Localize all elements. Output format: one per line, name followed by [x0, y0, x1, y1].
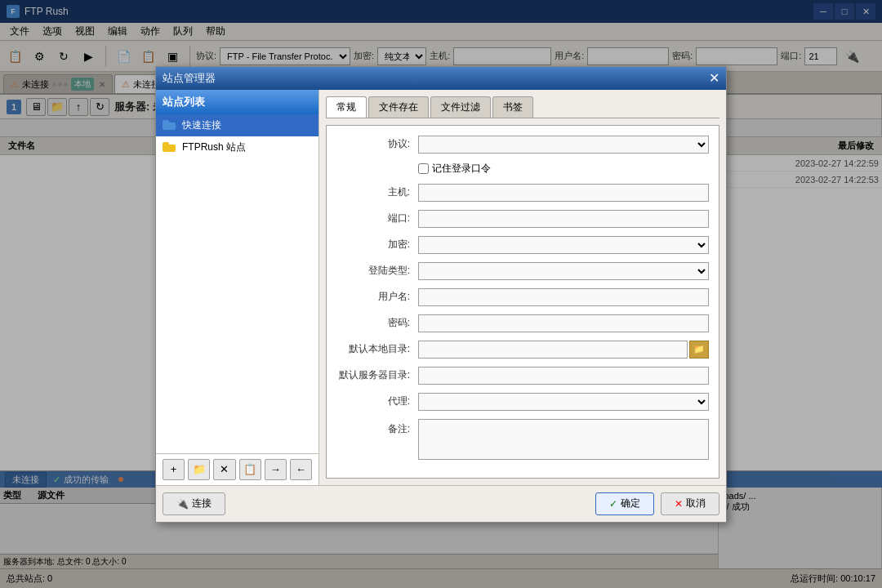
site-list-header: 站点列表	[156, 90, 318, 114]
dialog-cancel-button[interactable]: ✕ 取消	[661, 492, 719, 515]
ok-label: 确定	[621, 497, 640, 510]
form-encrypt-select[interactable]	[418, 236, 709, 254]
site-list-panel: 站点列表 快速连接 FTPRush 站点	[156, 90, 319, 485]
site-add-btn[interactable]: +	[163, 459, 185, 480]
form-port-row: 端口:	[336, 210, 709, 228]
form-encrypt-label: 加密:	[336, 238, 418, 252]
site-folder-btn[interactable]: 📁	[188, 459, 210, 480]
form-user-label: 用户名:	[336, 290, 418, 304]
site-import-btn[interactable]: ←	[290, 459, 312, 480]
form-port-label: 端口:	[336, 212, 418, 225]
form-remember-row: 记住登录口令	[336, 162, 709, 176]
dialog-body: 站点列表 快速连接 FTPRush 站点	[156, 90, 726, 485]
form-protocol-label: 协议:	[336, 137, 418, 151]
site-item-quick-label: 快速连接	[182, 118, 221, 132]
dialog-close-button[interactable]: ✕	[709, 70, 719, 86]
site-item-ftprush-label: FTPRush 站点	[182, 140, 246, 154]
site-list-title: 站点列表	[163, 95, 205, 109]
dialog-tab-filter[interactable]: 文件过滤	[430, 96, 491, 118]
form-user-input[interactable]	[418, 288, 709, 306]
form-pass-row: 密码:	[336, 314, 709, 332]
dialog-title-bar: 站点管理器 ✕	[156, 67, 726, 90]
form-proxy-label: 代理:	[336, 394, 418, 408]
site-export-btn[interactable]: →	[265, 459, 287, 480]
form-localdir-row: 默认本地目录: 📁	[336, 341, 709, 359]
form-protocol-select[interactable]	[418, 136, 709, 154]
connect-label: 连接	[192, 497, 212, 510]
dialog-tab-bar: 常规 文件存在 文件过滤 书签	[326, 96, 719, 118]
cancel-icon: ✕	[675, 498, 683, 510]
form-remember-check[interactable]	[418, 163, 429, 174]
form-note-textarea[interactable]	[418, 419, 709, 460]
form-encrypt-row: 加密:	[336, 236, 709, 254]
form-serverdir-label: 默认服务器目录:	[336, 368, 418, 382]
form-logintype-row: 登陆类型:	[336, 262, 709, 280]
form-area: 协议: 记住登录口令 主机	[326, 125, 719, 479]
form-host-row: 主机:	[336, 184, 709, 202]
dialog-tab-bookmark[interactable]: 书签	[492, 96, 533, 118]
dialog-footer-right: ✓ 确定 ✕ 取消	[595, 492, 719, 515]
form-host-label: 主机:	[336, 185, 418, 199]
form-proxy-select[interactable]	[418, 393, 709, 411]
dialog-right-panel: 常规 文件存在 文件过滤 书签 协议:	[319, 90, 726, 485]
form-serverdir-input[interactable]	[418, 367, 709, 385]
form-pass-label: 密码:	[336, 316, 418, 330]
dialog-tab-general[interactable]: 常规	[326, 96, 367, 118]
form-localdir-input[interactable]	[418, 341, 688, 359]
site-item-quick[interactable]: 快速连接	[156, 114, 318, 136]
dialog-overlay: 站点管理器 ✕ 站点列表 快速连接	[0, 0, 882, 588]
form-remember-label[interactable]: 记住登录口令	[418, 162, 491, 176]
dialog-tab-fileexist[interactable]: 文件存在	[368, 96, 429, 118]
form-port-input[interactable]	[418, 210, 709, 228]
dialog-ok-button[interactable]: ✓ 确定	[595, 492, 654, 515]
cancel-label: 取消	[686, 497, 706, 510]
dialog-footer: 🔌 连接 ✓ 确定 ✕ 取消	[156, 485, 726, 522]
ok-icon: ✓	[609, 498, 617, 510]
form-proxy-row: 代理:	[336, 393, 709, 411]
form-user-row: 用户名:	[336, 288, 709, 306]
form-host-input[interactable]	[418, 184, 709, 202]
form-serverdir-row: 默认服务器目录:	[336, 367, 709, 385]
site-copy-btn[interactable]: 📋	[239, 459, 261, 480]
form-protocol-row: 协议:	[336, 136, 709, 154]
form-logintype-select[interactable]	[418, 262, 709, 280]
form-localdir-container: 📁	[418, 341, 709, 359]
form-localdir-browse[interactable]: 📁	[689, 341, 709, 359]
folder-icon-quick	[163, 120, 176, 130]
folder-icon-ftprush	[163, 142, 176, 152]
site-manager-dialog: 站点管理器 ✕ 站点列表 快速连接	[155, 66, 727, 523]
form-remember-text: 记住登录口令	[432, 162, 491, 176]
site-tools: + 📁 ✕ 📋 → ←	[156, 453, 318, 485]
dialog-connect-button[interactable]: 🔌 连接	[163, 492, 225, 515]
connect-icon: 🔌	[176, 498, 189, 510]
form-pass-input[interactable]	[418, 314, 709, 332]
form-logintype-label: 登陆类型:	[336, 264, 418, 278]
dialog-title-text: 站点管理器	[163, 71, 216, 86]
site-item-ftprush[interactable]: FTPRush 站点	[156, 136, 318, 158]
form-note-row: 备注:	[336, 419, 709, 460]
site-remove-btn[interactable]: ✕	[213, 459, 235, 480]
form-localdir-label: 默认本地目录:	[336, 342, 418, 356]
form-note-label: 备注:	[336, 419, 418, 436]
